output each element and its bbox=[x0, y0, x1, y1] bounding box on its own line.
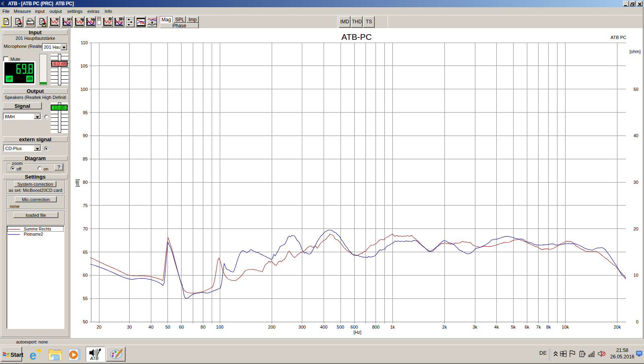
svg-text:100: 100 bbox=[80, 87, 88, 92]
svg-text:30: 30 bbox=[127, 325, 132, 329]
svg-text:3k: 3k bbox=[473, 325, 477, 329]
svg-text:5k: 5k bbox=[511, 325, 516, 329]
svg-text:M: M bbox=[56, 17, 59, 21]
svg-text:70: 70 bbox=[83, 226, 88, 231]
svg-text:40: 40 bbox=[634, 133, 638, 138]
svg-text:8k: 8k bbox=[546, 325, 551, 329]
svg-text:6k: 6k bbox=[524, 325, 529, 329]
svg-text:95: 95 bbox=[83, 110, 88, 115]
svg-text:100: 100 bbox=[216, 325, 223, 329]
svg-text:ATB PC: ATB PC bbox=[611, 35, 626, 40]
svg-text:65: 65 bbox=[83, 250, 88, 255]
svg-text:50: 50 bbox=[634, 87, 638, 92]
svg-text:110: 110 bbox=[80, 40, 88, 45]
svg-text:50: 50 bbox=[83, 319, 88, 324]
svg-text:60: 60 bbox=[83, 273, 88, 278]
svg-text:ATB: ATB bbox=[90, 356, 99, 361]
svg-text:20: 20 bbox=[634, 226, 638, 231]
svg-text:[Hz]: [Hz] bbox=[353, 330, 361, 335]
svg-text:80: 80 bbox=[83, 180, 88, 185]
svg-text:[ohm]: [ohm] bbox=[630, 49, 641, 54]
svg-text:0: 0 bbox=[636, 319, 638, 324]
svg-text:1k: 1k bbox=[390, 325, 395, 329]
svg-text:600: 600 bbox=[351, 325, 358, 329]
svg-text:300: 300 bbox=[299, 325, 306, 329]
svg-text:800: 800 bbox=[372, 325, 379, 329]
svg-text:20k: 20k bbox=[614, 325, 621, 329]
svg-text:30: 30 bbox=[634, 180, 638, 185]
svg-text:[dB]: [dB] bbox=[75, 179, 80, 187]
svg-text:10: 10 bbox=[634, 273, 638, 278]
svg-text:40: 40 bbox=[149, 325, 153, 329]
svg-text:105: 105 bbox=[80, 64, 88, 68]
svg-text:50: 50 bbox=[165, 325, 170, 329]
svg-text:55: 55 bbox=[83, 296, 88, 301]
svg-text:M+: M+ bbox=[67, 17, 72, 21]
svg-text:80: 80 bbox=[200, 325, 205, 329]
svg-text:500: 500 bbox=[337, 325, 344, 329]
svg-text:2k: 2k bbox=[442, 325, 447, 329]
svg-text:90: 90 bbox=[83, 133, 88, 138]
svg-text:4k: 4k bbox=[494, 325, 499, 329]
svg-text:200: 200 bbox=[268, 325, 275, 329]
svg-text:ATB-PC: ATB-PC bbox=[341, 32, 372, 41]
svg-text:7k: 7k bbox=[536, 325, 541, 329]
svg-text:400: 400 bbox=[320, 325, 327, 329]
svg-text:85: 85 bbox=[83, 156, 88, 161]
svg-text:75: 75 bbox=[83, 203, 88, 208]
svg-text:20: 20 bbox=[97, 325, 101, 329]
svg-text:10k: 10k bbox=[562, 325, 569, 329]
svg-text:60: 60 bbox=[179, 325, 184, 329]
